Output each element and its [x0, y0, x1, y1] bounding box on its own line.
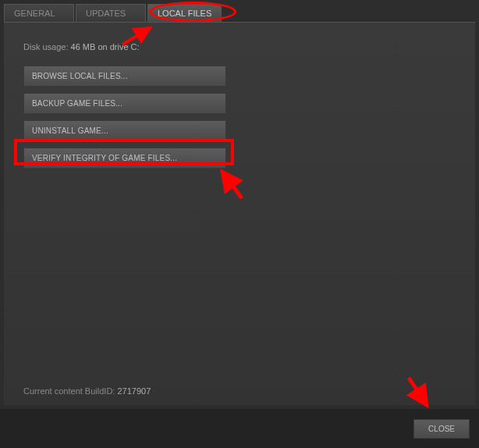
close-button[interactable]: CLOSE [413, 419, 470, 439]
verify-integrity-button[interactable]: VERIFY INTEGRITY OF GAME FILES... [23, 148, 226, 169]
uninstall-game-button[interactable]: UNINSTALL GAME... [23, 120, 226, 141]
tab-local-files[interactable]: LOCAL FILES [147, 4, 222, 22]
content-panel: Disk usage: 46 MB on drive C: BROWSE LOC… [4, 23, 475, 405]
build-id-label: Current content BuildID: [23, 386, 117, 396]
disk-usage-value: 46 MB on drive C: [71, 42, 140, 52]
tab-updates[interactable]: UPDATES [76, 4, 146, 22]
tab-bar: GENERAL UPDATES LOCAL FILES [0, 0, 479, 22]
disk-usage-label: Disk usage: [23, 42, 71, 52]
disk-usage-text: Disk usage: 46 MB on drive C: [23, 42, 456, 52]
browse-local-files-button[interactable]: BROWSE LOCAL FILES... [23, 66, 226, 87]
build-id-text: Current content BuildID: 2717907 [23, 386, 151, 396]
footer-bar: CLOSE [0, 409, 479, 448]
tab-general[interactable]: GENERAL [4, 4, 74, 22]
backup-game-files-button[interactable]: BACKUP GAME FILES... [23, 93, 226, 114]
action-button-group: BROWSE LOCAL FILES... BACKUP GAME FILES.… [23, 66, 456, 169]
build-id-value: 2717907 [117, 386, 151, 396]
